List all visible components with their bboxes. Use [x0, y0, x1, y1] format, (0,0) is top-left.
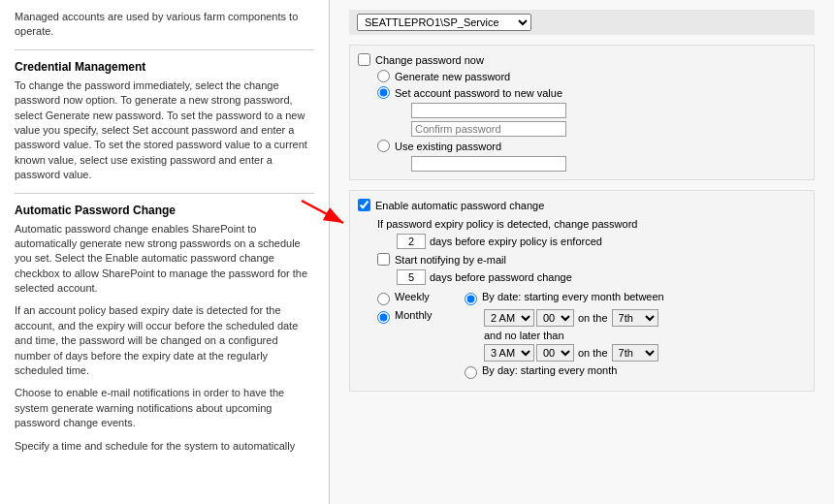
auto-title: Automatic Password Change	[15, 204, 314, 217]
change-password-now-label: Change password now	[375, 54, 484, 66]
credential-section: Change password now Generate new passwor…	[349, 45, 815, 180]
by-date-block: By date: starting every month between 2 …	[465, 291, 664, 383]
confirm-password-field[interactable]	[411, 121, 566, 137]
weekly-label: Weekly	[395, 291, 430, 302]
and-no-later-label: and no later than	[484, 330, 664, 341]
end-min-select[interactable]: 00 15 30 45	[536, 344, 574, 362]
by-date-radio[interactable]	[465, 293, 477, 305]
enable-auto-change-checkbox[interactable]	[358, 199, 370, 211]
existing-password-field[interactable]	[411, 156, 566, 172]
days-before-expiry-input[interactable]	[397, 234, 426, 249]
managed-accounts-text: Managed accounts are used by various far…	[15, 10, 314, 40]
password-inputs	[411, 103, 806, 137]
set-account-password-row: Set account password to new value	[377, 86, 806, 99]
expiry-label: If password expiry policy is detected, c…	[377, 218, 637, 230]
credential-text: To change the password immediately, sele…	[15, 79, 314, 183]
monthly-radio[interactable]	[377, 311, 390, 324]
divider-2	[15, 193, 314, 194]
generate-password-row: Generate new password	[377, 70, 806, 82]
account-row: SEATTLEPRO1\SP_Service	[349, 10, 815, 35]
by-date-row: By date: starting every month between	[465, 291, 664, 305]
weekly-radio[interactable]	[377, 293, 390, 305]
start-notifying-row: Start notifying by e-mail	[377, 253, 806, 266]
on-the-label: on the	[578, 312, 608, 324]
start-hour-select[interactable]: 2 AM 3 AM 4 AM	[484, 309, 534, 327]
generate-password-label: Generate new password	[395, 71, 510, 82]
set-account-password-label: Set account password to new value	[395, 87, 562, 99]
account-dropdown[interactable]: SEATTLEPRO1\SP_Service	[357, 14, 531, 31]
use-existing-password-label: Use existing password	[395, 141, 501, 152]
time-end-row: 3 AM 2 AM 4 AM 00 15 30 45 on the	[484, 344, 664, 362]
weekly-row: Weekly	[377, 291, 455, 305]
days-before-change-label: days before password change	[430, 271, 572, 283]
frequency-column: Weekly Monthly	[377, 291, 455, 328]
schedule-section: Weekly Monthly By date: starting every m…	[377, 291, 806, 383]
change-password-now-checkbox[interactable]	[358, 53, 370, 66]
end-day-select[interactable]: 7th 1st 14th	[612, 344, 658, 362]
enable-auto-change-label: Enable automatic password change	[375, 200, 544, 211]
days-before-expiry-label: days before expiry policy is enforced	[430, 236, 602, 247]
credential-title: Credential Management	[15, 60, 314, 74]
expiry-section: If password expiry policy is detected, c…	[377, 217, 806, 383]
time-start-row: 2 AM 3 AM 4 AM 00 15 30 45 on the	[484, 309, 664, 327]
generate-password-radio[interactable]	[377, 70, 390, 82]
monthly-label: Monthly	[395, 309, 433, 321]
divider-1	[15, 49, 314, 50]
by-day-label: By day: starting every month	[482, 364, 617, 376]
start-notifying-label: Start notifying by e-mail	[395, 254, 506, 266]
set-account-password-radio[interactable]	[377, 86, 390, 99]
radio-group: Generate new password Set account passwo…	[377, 70, 806, 172]
auto-password-section: Enable automatic password change If pass…	[349, 190, 815, 392]
days-before-expiry-row: days before expiry policy is enforced	[397, 234, 806, 249]
days-before-change-row: days before password change	[397, 269, 806, 285]
on-the-label2: on the	[578, 347, 608, 359]
arrow-indicator	[297, 196, 350, 230]
by-day-radio[interactable]	[465, 366, 477, 379]
use-existing-password-radio[interactable]	[377, 140, 390, 152]
change-password-now-row: Change password now	[358, 53, 806, 66]
svg-line-1	[302, 201, 343, 223]
auto-text4: Specify a time and schedule for the syst…	[15, 439, 314, 454]
start-day-select[interactable]: 7th 1st 14th 21st 28th	[612, 309, 658, 327]
new-password-field[interactable]	[411, 103, 566, 118]
end-hour-select[interactable]: 3 AM 2 AM 4 AM	[484, 344, 534, 362]
by-date-label: By date: starting every month between	[482, 291, 664, 302]
monthly-row: Monthly	[377, 309, 455, 324]
start-notifying-checkbox[interactable]	[377, 253, 390, 266]
start-min-select[interactable]: 00 15 30 45	[536, 309, 574, 327]
days-before-change-input[interactable]	[397, 269, 426, 285]
by-day-row: By day: starting every month	[465, 364, 664, 379]
auto-text3: Choose to enable e-mail notifications in…	[15, 386, 314, 430]
enable-auto-change-row: Enable automatic password change	[358, 199, 806, 211]
auto-text1: Automatic password change enables ShareP…	[15, 222, 314, 297]
auto-text2: If an account policy based expiry date i…	[15, 303, 314, 378]
use-existing-password-row: Use existing password	[377, 140, 806, 152]
